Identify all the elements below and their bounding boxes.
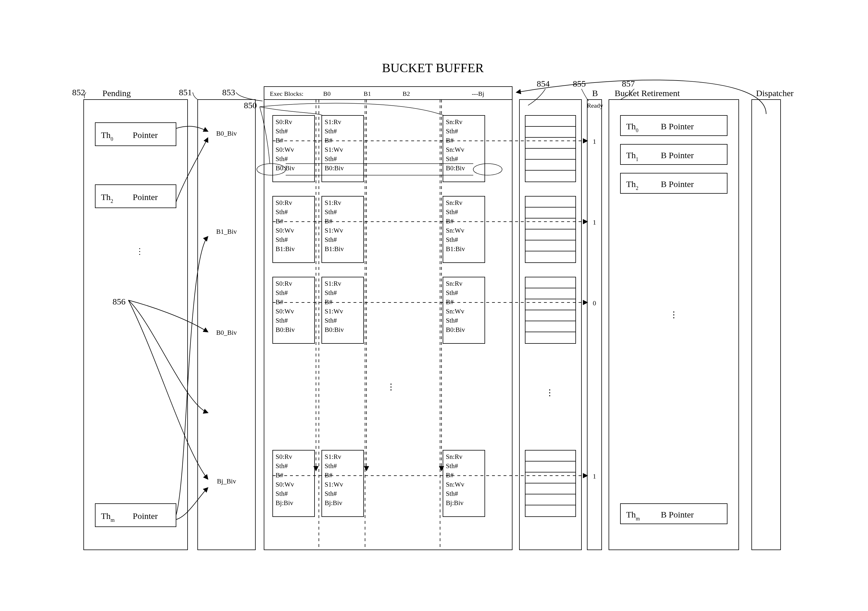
svg-text:⋮: ⋮ [670,310,678,319]
svg-text:Sth#: Sth# [325,462,337,470]
svg-text:Sth#: Sth# [276,462,288,470]
svg-text:Sth#: Sth# [325,317,337,324]
svg-text:B#: B# [446,218,454,225]
svg-text:B#: B# [446,471,454,479]
svg-text:Sth#: Sth# [446,208,458,216]
exec-row-1: S0:Rv Sth# B# S0:Wv Sth# B0:Biv S1:Rv St… [273,115,485,182]
svg-text:Sth#: Sth# [276,127,288,135]
svg-text:Sth#: Sth# [446,127,458,135]
exec-blocks-panel: Exec Blocks: B0 B1 B2 ---Bj [264,87,512,550]
svg-text:Sth#: Sth# [276,155,288,163]
exec-row-3: S0:Rv Sth# B# S0:Wv Sth# B0:Biv S1:Rv St… [273,277,485,343]
svg-text:S0:Rv: S0:Rv [276,118,292,126]
biv-b0: B0_Biv [216,130,237,137]
svg-text:B#: B# [276,218,284,225]
svg-text:Sth#: Sth# [276,490,288,497]
svg-text:B#: B# [276,137,284,144]
svg-text:Sth#: Sth# [446,236,458,243]
svg-text:Sth#: Sth# [276,317,288,324]
svg-text:Sth#: Sth# [446,462,458,470]
biv-b0b: B0_Biv [216,329,237,336]
svg-text:S1:Rv: S1:Rv [325,453,341,461]
exec-col-b1: B1 [364,90,371,97]
merge-panel-854: ⋮ [519,99,581,550]
svg-text:S1:Wv: S1:Wv [325,146,343,153]
svg-text:Th2: Th2 [626,179,638,191]
label-bucket-retirement: Bucket Retirement [615,88,680,98]
svg-text:S1:Wv: S1:Wv [325,227,343,234]
ready-2: 1 [593,219,596,226]
svg-text:B1:Biv: B1:Biv [276,245,295,253]
ready-column: 1 1 0 1 [587,99,601,550]
svg-text:B Pointer: B Pointer [661,150,694,160]
svg-text:Sth#: Sth# [446,155,458,163]
svg-text:B Pointer: B Pointer [661,179,694,189]
svg-text:S1:Rv: S1:Rv [325,199,341,206]
svg-text:Sth#: Sth# [446,317,458,324]
svg-text:B#: B# [325,298,332,306]
svg-text:S0:Wv: S0:Wv [276,481,294,488]
svg-text:Sth#: Sth# [325,208,337,216]
svg-text:Sth#: Sth# [276,208,288,216]
label-ready: Ready [587,102,603,109]
svg-text:S1:Wv: S1:Wv [325,308,343,315]
svg-text:Sn:Rv: Sn:Rv [446,199,463,206]
svg-text:Sth#: Sth# [325,127,337,135]
svg-text:S1:Rv: S1:Rv [325,280,341,287]
svg-text:Th0: Th0 [626,121,638,133]
svg-text:B0:Biv: B0:Biv [446,164,465,172]
svg-text:Sth#: Sth# [446,289,458,296]
svg-text:Sth#: Sth# [325,289,337,296]
svg-text:Sn:Rv: Sn:Rv [446,280,463,287]
svg-text:S0:Rv: S0:Rv [276,280,292,287]
label-dispatcher: Dispatcher [756,88,794,98]
ready-1: 1 [593,138,596,145]
svg-text:Thm: Thm [626,510,640,521]
ready-3: 0 [593,299,596,307]
svg-text:Sn:Rv: Sn:Rv [446,118,463,126]
svg-rect-146 [752,99,781,550]
pending-thm-ptr: Pointer [133,511,158,521]
svg-text:Sn:Rv: Sn:Rv [446,453,463,461]
biv-bj: Bj_Biv [217,478,236,485]
exec-col-b0: B0 [323,90,331,97]
svg-text:Sn:Wv: Sn:Wv [446,146,464,153]
ref-856: 856 [113,297,126,306]
fanout-856 [129,126,208,520]
pending-panel: Th0 Pointer Th2 Pointer ⋮ Thm Pointer [84,99,188,550]
svg-text:S0:Wv: S0:Wv [276,146,294,153]
exec-col-bj: ---Bj [472,90,484,97]
svg-text:Sth#: Sth# [446,490,458,497]
svg-text:B#: B# [325,218,332,225]
ready-4: 1 [593,473,596,480]
svg-text:Sth#: Sth# [276,236,288,243]
bucket-retirement-panel: Th0 B Pointer Th1 B Pointer Th2 B Pointe… [609,99,739,550]
svg-text:S1:Wv: S1:Wv [325,481,343,488]
pending-th2: Th2 [101,192,113,204]
exec-row-4: S0:Rv Sth# B# S0:Wv Sth# Bj:Biv S1:Rv St… [273,450,485,516]
svg-text:Sth#: Sth# [325,236,337,243]
svg-rect-98 [519,99,581,550]
svg-text:Bj:Biv: Bj:Biv [446,499,464,507]
dispatcher-panel [516,80,781,550]
svg-text:⋮: ⋮ [546,388,554,397]
svg-text:Th1: Th1 [626,150,638,162]
pending-th2-ptr: Pointer [133,192,158,202]
svg-text:Sth#: Sth# [325,490,337,497]
svg-text:B0:Biv: B0:Biv [446,326,465,333]
svg-text:S1:Rv: S1:Rv [325,118,341,126]
exec-col-b2: B2 [403,90,410,97]
ref-854: 854 [537,79,550,88]
exec-header-label: Exec Blocks: [270,90,304,97]
svg-text:B#: B# [446,137,454,144]
svg-text:Sth#: Sth# [276,289,288,296]
svg-text:B#: B# [446,298,454,306]
svg-text:B0:Biv: B0:Biv [276,326,295,333]
svg-text:Sn:Wv: Sn:Wv [446,227,464,234]
label-b: B [592,88,598,98]
bhash-row-arrows [273,99,587,476]
pending-th0: Th0 [101,130,113,142]
svg-text:Bj:Biv: Bj:Biv [325,499,343,507]
svg-rect-131 [587,99,601,550]
svg-text:B0:Biv: B0:Biv [325,164,344,172]
